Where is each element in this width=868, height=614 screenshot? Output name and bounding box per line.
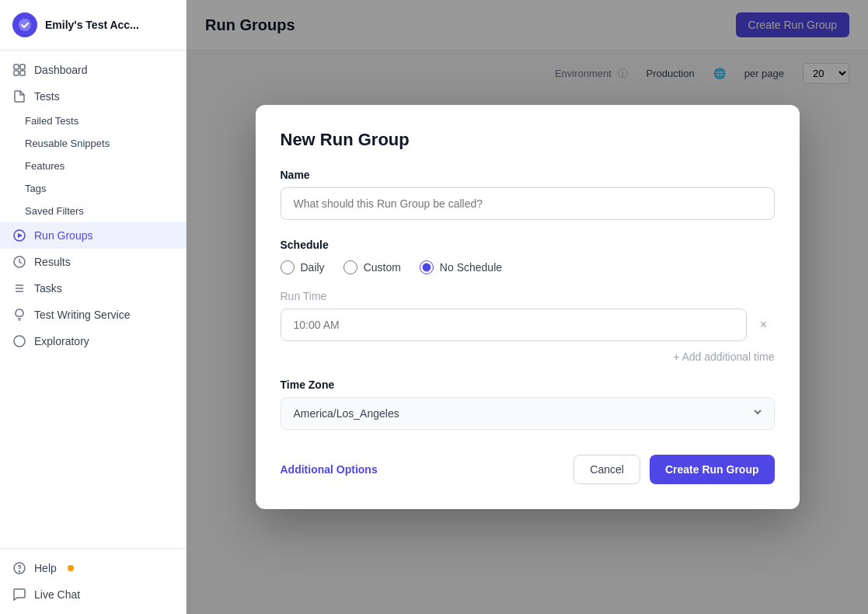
- app-logo: [12, 12, 37, 37]
- sidebar-item-label: Tests: [34, 90, 60, 103]
- schedule-daily-label: Daily: [301, 261, 325, 274]
- question-icon: [12, 561, 26, 575]
- sidebar-item-tags[interactable]: Tags: [0, 177, 186, 200]
- schedule-none-label: No Schedule: [440, 261, 502, 274]
- name-group: Name: [281, 169, 775, 220]
- compass-icon: [12, 334, 26, 348]
- sidebar-item-label: Run Groups: [34, 229, 92, 242]
- svg-rect-1: [14, 65, 19, 69]
- grid-icon: [12, 63, 26, 77]
- create-run-group-modal-button[interactable]: Create Run Group: [650, 455, 775, 484]
- sidebar-item-test-writing-service[interactable]: Test Writing Service: [0, 302, 186, 328]
- file-icon: [12, 89, 26, 103]
- sidebar-item-label: Dashboard: [34, 64, 88, 76]
- modal-title: New Run Group: [281, 130, 775, 150]
- schedule-custom-label: Custom: [364, 261, 401, 274]
- run-time-label: Run Time: [281, 290, 775, 302]
- sidebar-item-results[interactable]: Results: [0, 249, 186, 275]
- sidebar-item-label: Live Chat: [34, 588, 80, 601]
- sidebar-sub-label: Failed Tests: [25, 115, 78, 127]
- svg-rect-2: [20, 65, 25, 69]
- sidebar-sub-label: Tags: [25, 183, 46, 194]
- modal-new-run-group: New Run Group Name Schedule Daily Custom: [256, 105, 800, 509]
- schedule-group: Schedule Daily Custom No Schedule: [281, 239, 775, 274]
- sidebar: Emily's Test Acc... Dashboard Tests Fail…: [0, 0, 186, 614]
- modal-actions: Cancel Create Run Group: [573, 455, 774, 484]
- run-time-clear-button[interactable]: ×: [753, 314, 775, 336]
- timezone-label: Time Zone: [281, 379, 775, 391]
- sidebar-item-label: Test Writing Service: [34, 309, 130, 321]
- main-content: Run Groups Create Run Group Environment …: [186, 0, 868, 614]
- sidebar-item-failed-tests[interactable]: Failed Tests: [0, 110, 186, 132]
- sidebar-item-tasks[interactable]: Tasks: [0, 275, 186, 302]
- sidebar-sub-label: Features: [25, 160, 64, 172]
- svg-point-16: [19, 571, 20, 572]
- sidebar-sub-label: Reusable Snippets: [25, 138, 110, 149]
- bulb-icon: [12, 308, 26, 322]
- name-label: Name: [281, 169, 775, 181]
- svg-marker-6: [18, 233, 23, 238]
- schedule-option-custom[interactable]: Custom: [343, 260, 401, 274]
- sidebar-item-live-chat[interactable]: Live Chat: [0, 581, 186, 608]
- add-additional-time-link[interactable]: + Add additional time: [281, 347, 775, 366]
- play-icon: [12, 229, 26, 242]
- schedule-options: Daily Custom No Schedule: [281, 260, 775, 274]
- timezone-select-wrapper: America/Los_Angeles America/New_York UTC: [281, 397, 775, 430]
- sidebar-item-exploratory[interactable]: Exploratory: [0, 328, 186, 354]
- sidebar-item-saved-filters[interactable]: Saved Filters: [0, 200, 186, 222]
- schedule-option-daily[interactable]: Daily: [281, 260, 325, 274]
- sidebar-item-dashboard[interactable]: Dashboard: [0, 57, 186, 83]
- sidebar-nav: Dashboard Tests Failed Tests Reusable Sn…: [0, 51, 186, 548]
- list-icon: [12, 281, 26, 295]
- sidebar-item-help[interactable]: Help: [0, 555, 186, 581]
- run-time-input-wrapper: ×: [281, 309, 775, 341]
- svg-point-13: [14, 336, 25, 347]
- sidebar-item-label: Help: [34, 562, 57, 574]
- notification-badge: [68, 565, 74, 571]
- additional-options-link[interactable]: Additional Options: [281, 463, 378, 476]
- chat-icon: [12, 588, 26, 602]
- timezone-select[interactable]: America/Los_Angeles America/New_York UTC: [281, 397, 775, 430]
- sidebar-item-label: Exploratory: [34, 335, 89, 347]
- modal-footer: Additional Options Cancel Create Run Gro…: [281, 455, 775, 484]
- modal-overlay: New Run Group Name Schedule Daily Custom: [186, 0, 868, 614]
- sidebar-item-run-groups[interactable]: Run Groups: [0, 222, 186, 249]
- run-time-input[interactable]: [281, 309, 747, 341]
- cancel-button[interactable]: Cancel: [573, 455, 640, 484]
- name-input[interactable]: [281, 187, 775, 220]
- schedule-label: Schedule: [281, 239, 775, 251]
- sidebar-item-reusable-snippets[interactable]: Reusable Snippets: [0, 132, 186, 155]
- svg-point-0: [19, 19, 31, 31]
- sidebar-item-label: Tasks: [34, 282, 62, 295]
- schedule-option-no-schedule[interactable]: No Schedule: [420, 260, 502, 274]
- sidebar-item-label: Results: [34, 256, 71, 268]
- sidebar-footer: Help Live Chat: [0, 548, 186, 614]
- run-time-group: Run Time ×: [281, 290, 775, 341]
- sidebar-sub-label: Saved Filters: [25, 205, 84, 217]
- chart-icon: [12, 255, 26, 269]
- svg-rect-4: [20, 71, 25, 75]
- sidebar-item-tests[interactable]: Tests: [0, 83, 186, 110]
- sidebar-header: Emily's Test Acc...: [0, 0, 186, 51]
- sidebar-item-features[interactable]: Features: [0, 155, 186, 177]
- timezone-group: Time Zone America/Los_Angeles America/Ne…: [281, 379, 775, 430]
- account-name: Emily's Test Acc...: [45, 19, 139, 31]
- svg-marker-14: [16, 338, 23, 344]
- svg-rect-3: [14, 71, 19, 75]
